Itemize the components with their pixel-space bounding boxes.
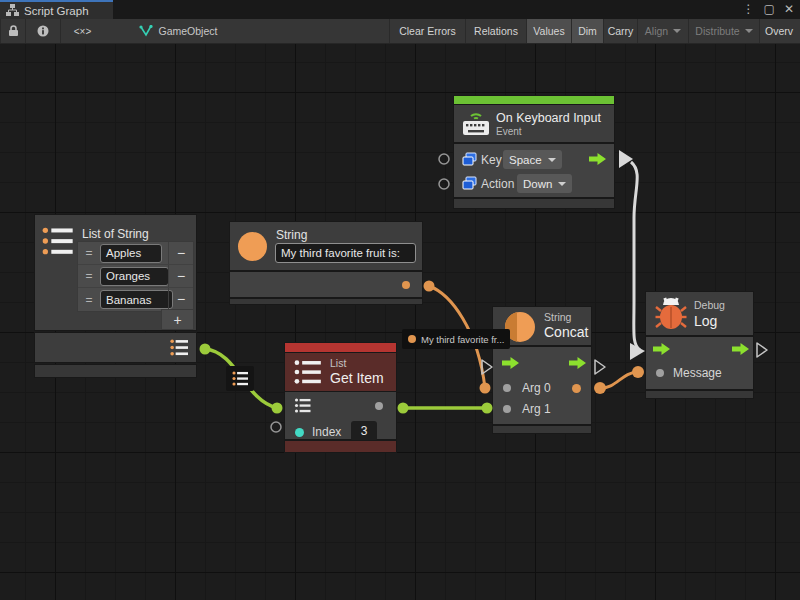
tab-script-graph[interactable]: Script Graph [0,0,113,19]
key-port-label: Key [481,153,502,167]
chevron-down-icon [558,182,566,186]
close-icon[interactable]: ✕ [784,2,794,17]
arg1-label: Arg 1 [522,402,551,416]
item-output-port[interactable] [375,402,383,410]
node-footer [646,391,753,398]
key-dropdown[interactable]: Space [503,150,562,169]
info-icon [37,25,49,37]
bug-icon [655,297,687,331]
list-icon [232,371,249,386]
message-label: Message [673,366,722,380]
index-port-label: Index [312,425,341,439]
gameobject-label: GameObject [159,25,218,37]
node-on-keyboard-input[interactable]: On Keyboard Input Event Key Space Action… [454,96,614,208]
list-item-row: = Apples − [78,242,193,265]
gameobject-selector[interactable]: GameObject [133,19,223,43]
list-item-field[interactable]: Oranges [100,267,169,286]
relations-button[interactable]: Relations [465,19,526,43]
dim-button[interactable]: Dim [571,19,603,43]
node-debug-log[interactable]: Debug Log Message [646,292,753,398]
remove-item-button[interactable]: − [168,288,193,310]
list-output-port[interactable] [169,339,190,356]
string-value-field[interactable]: My third favorite fruit is: [275,243,416,263]
flow-in-port[interactable] [653,343,670,355]
node-footer [285,441,396,452]
list-input-port[interactable] [294,398,312,413]
node-title: On Keyboard Input [496,111,601,125]
distribute-button[interactable]: Distribute [688,19,759,43]
keyboard-icon [461,108,491,138]
chevron-down-icon [673,29,681,33]
node-footer [454,199,614,208]
list-item-field[interactable]: Bananas [100,290,173,309]
action-dropdown[interactable]: Down [517,174,572,193]
info-button[interactable] [25,19,60,43]
flow-in-port[interactable] [502,357,519,369]
list-item-row: = Bananas − [78,288,193,311]
string-icon [238,232,267,261]
wire-value-list-label [226,366,254,391]
list-item-field[interactable]: Apples [100,244,162,263]
menu-icon[interactable]: ⋮ [743,2,755,17]
graph-icon [6,4,19,17]
node-category: Debug [694,299,725,311]
tab-title: Script Graph [24,5,89,17]
drag-handle[interactable]: = [78,246,100,260]
window-controls: ⋮ ▢ ✕ [743,2,794,17]
result-output-port[interactable] [572,384,581,393]
clear-errors-button[interactable]: Clear Errors [389,19,465,43]
node-footer [35,365,196,377]
node-title: String [276,228,307,242]
flow-out-port[interactable] [569,357,586,369]
arg0-input-port[interactable] [503,384,511,392]
literal-icon [462,152,477,167]
node-string-literal[interactable]: String My third favorite fruit is: [230,222,422,304]
flow-out-port[interactable] [732,343,749,355]
graph-owner-icon [139,25,153,38]
string-output-port[interactable] [402,281,410,289]
values-button[interactable]: Values [526,19,571,43]
list-icon [42,226,74,256]
node-title: Concat [544,324,588,340]
arg1-input-port[interactable] [503,405,511,413]
node-get-item[interactable]: List Get Item Index 3 [285,343,396,452]
node-subtitle: Event [496,126,522,137]
drag-handle[interactable]: = [78,269,100,283]
node-concat[interactable]: String Concat Arg 0 Arg 1 [493,307,591,433]
code-icon: <×> [74,26,92,37]
code-button[interactable]: <×> [60,19,104,43]
wire-value-tooltip: My third favorite fr... [402,329,510,349]
flow-out-port[interactable] [589,153,606,165]
chevron-down-icon [745,29,753,33]
node-title: Get Item [330,370,384,386]
node-list-of-string[interactable]: List of String = Apples − = Oranges − = … [35,215,196,377]
carry-button[interactable]: Carry [603,19,637,43]
lock-icon [8,25,19,37]
drag-handle[interactable]: = [78,293,100,307]
node-footer [493,426,591,433]
event-strip [454,96,614,105]
remove-item-button[interactable]: − [168,265,193,287]
string-value-icon [408,335,416,343]
output-port-row [35,333,196,362]
unity-script-graph-window: Script Graph ⋮ ▢ ✕ <×> [0,0,800,600]
node-title: List of String [82,227,149,241]
index-value-field[interactable]: 3 [351,421,377,441]
message-input-port[interactable] [656,369,664,377]
add-item-button[interactable]: + [162,310,193,329]
maximize-icon[interactable]: ▢ [764,2,775,17]
literal-icon [462,176,477,191]
node-footer [230,299,422,304]
index-input-port[interactable] [295,428,304,437]
chevron-down-icon [548,158,556,162]
remove-item-button[interactable]: − [168,242,193,264]
node-title: Log [694,313,717,329]
output-port-row [230,272,422,297]
list-icon [294,359,322,385]
list-editor: = Apples − = Oranges − = Bananas − [78,242,193,311]
tab-bar: Script Graph ⋮ ▢ ✕ [0,0,800,19]
graph-toolbar: <×> GameObject Zoom 1x Clear Errors Rela… [0,19,800,44]
align-button[interactable]: Align [637,19,688,43]
lock-button[interactable] [0,19,25,43]
overview-button[interactable]: Overv [759,19,800,43]
